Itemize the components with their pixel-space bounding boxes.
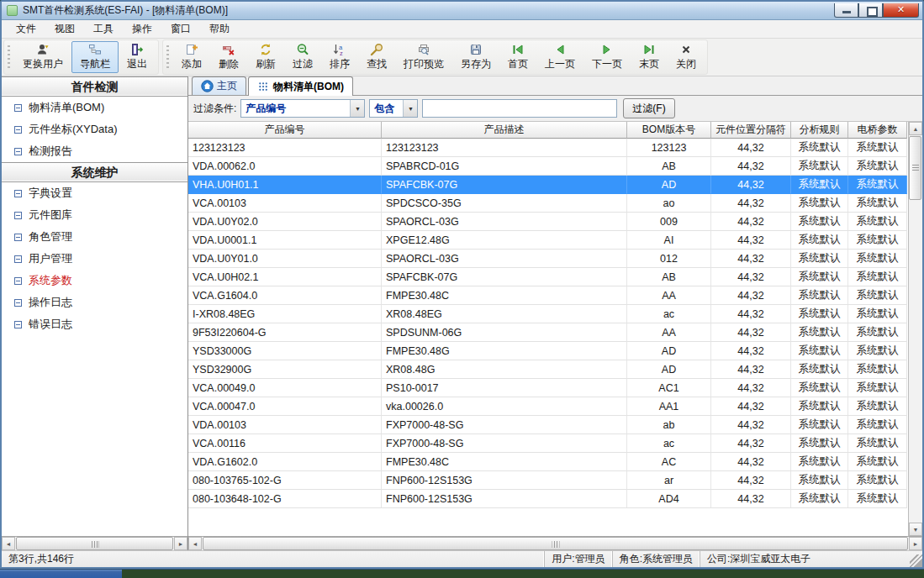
sidebar-item[interactable]: 角色管理 [2,226,187,248]
table-row[interactable]: 080-103765-102-GFNP600-12S153Gar44,32系统默… [188,471,908,490]
column-header[interactable]: 产品编号 [188,122,382,139]
menu-item[interactable]: 视图 [45,19,84,39]
toolbar-button-close-x[interactable]: 关闭 [668,41,705,73]
collapse-box-icon[interactable] [14,299,22,307]
table-row[interactable]: VHA.U0H01.1SPAFCBK-07GAD44,32系统默认系统默认 [188,176,908,194]
collapse-box-icon[interactable] [14,104,22,112]
toolbar-button-exit-door[interactable]: 退出 [119,41,156,73]
tab-bom-grid[interactable]: 物料清单(BOM) [248,76,353,96]
table-vscrollbar[interactable]: ▲ ▼ [908,122,922,536]
sidebar-item[interactable]: 操作日志 [2,292,187,313]
table-row[interactable]: VDA.U0Y01.0SPAORCL-03G01244,32系统默认系统默认 [188,250,908,268]
table-row[interactable]: 12312312312312312312312344,32系统默认系统默认 [188,139,908,157]
toolbar-button-prev-page[interactable]: 上一页 [536,41,583,73]
scroll-right-icon[interactable]: ► [909,537,922,550]
table-vscroll-thumb[interactable] [909,136,921,200]
sidebar-item[interactable]: 用户管理 [2,248,187,270]
sidebar-item[interactable]: 元件图库 [2,204,187,226]
table-row[interactable]: YSD32900GXR08.48GAD44,32系统默认系统默认 [188,360,908,379]
table-row[interactable]: VDA.00103FXP7000-48-SGab44,32系统默认系统默认 [188,416,908,434]
table-row[interactable]: VDA.G1602.0FMPE30.48CAC44,32系统默认系统默认 [188,453,908,471]
collapse-box-icon[interactable] [14,190,22,197]
table-row[interactable]: 080-103648-102-GFNP600-12S153GAD444,32系统… [188,490,908,508]
restore-button[interactable] [858,3,883,18]
table-hscrollbar[interactable]: ◄ ► [188,536,922,550]
close-button[interactable] [883,3,919,18]
sidebar-item[interactable]: 系统参数 [2,270,187,292]
filter-operator-dropdown[interactable]: 包含 ▼ [369,99,418,118]
toolbar-button-save-as-floppy[interactable]: 另存为 [452,41,499,73]
table-row[interactable]: VCA.00047.0vka.00026.0AA144,32系统默认系统默认 [188,397,908,416]
menu-item[interactable]: 窗口 [161,19,200,39]
minimize-button[interactable] [834,3,858,18]
collapse-box-icon[interactable] [14,234,22,241]
collapse-box-icon[interactable] [14,321,22,328]
menu-item[interactable]: 工具 [84,19,123,39]
filter-apply-button[interactable]: 过滤(F) [623,98,674,118]
column-header[interactable]: BOM版本号 [627,122,711,139]
menu-item[interactable]: 操作 [123,19,161,39]
table-row[interactable]: VDA.00062.0SPABRCD-01GAB44,32系统默认系统默认 [188,157,908,176]
table-row[interactable]: I-XR08.48EGXR08.48EGac44,32系统默认系统默认 [188,305,908,323]
table-row[interactable]: VDA.U0001.1XPGE12.48GAI44,32系统默认系统默认 [188,231,908,250]
sidebar-item[interactable]: 物料清单(BOM) [2,97,187,118]
scroll-right-icon[interactable]: ► [174,537,187,550]
table-row[interactable]: VCA.G1604.0FMPE30.48CAA44,32系统默认系统默认 [188,286,908,305]
sidebar-item[interactable]: 错误日志 [2,313,187,335]
table-row[interactable]: VCA.00049.0PS10-0017AC144,32系统默认系统默认 [188,379,908,397]
toolbar-button-first-page[interactable]: 首页 [499,41,536,73]
toolbar-button-last-page[interactable]: 末页 [631,41,668,73]
toolbar-button-refresh-arrows[interactable]: 刷新 [247,41,284,73]
sidebar-hscroll-track[interactable] [15,537,174,550]
scroll-down-icon[interactable]: ▼ [909,523,922,536]
resize-grip[interactable] [910,554,922,567]
sidebar-hscrollbar[interactable]: ◄ ► [2,536,187,550]
chevron-down-icon[interactable]: ▼ [350,100,364,117]
table-cell: 系统默认 [848,286,907,305]
column-header[interactable]: 分析规则 [791,122,848,139]
title-bar[interactable]: SMT首件检测系统(ES-FAI) - [物料清单(BOM)] [2,2,922,20]
collapse-box-icon[interactable] [14,212,22,219]
collapse-box-icon[interactable] [14,126,22,134]
toolbar-button-find-magnifier[interactable]: 查找 [358,41,395,73]
toolbar-button-sort-az[interactable]: az排序 [321,41,358,73]
column-header[interactable]: 电桥参数 [848,122,907,139]
table-vscroll-track[interactable] [909,135,922,523]
filter-bar: 过滤条件: 产品编号 ▼ 包含 ▼ 过滤(F) [188,96,922,122]
toolbar-button-delete-red-x[interactable]: 删除 [210,41,247,73]
toolbar-button-add-document[interactable]: 添加 [173,41,210,73]
table-hscroll-thumb[interactable] [203,537,908,550]
column-header[interactable]: 产品描述 [382,122,627,139]
toolbar-button-filter-magnifier[interactable]: 过滤 [284,41,321,73]
table-row[interactable]: VCA.00116FXP7000-48-SGac44,32系统默认系统默认 [188,434,908,453]
table-hscroll-track[interactable] [202,537,909,550]
collapse-box-icon[interactable] [14,277,22,285]
scroll-left-icon[interactable]: ◄ [188,537,202,550]
toolbar-grip-handle[interactable] [166,45,171,69]
toolbar-button-user-switch[interactable]: 更换用户 [14,41,71,73]
tab-home[interactable]: 主页 [192,76,246,95]
toolbar-grip-handle[interactable] [8,45,12,69]
sidebar-hscroll-thumb[interactable] [16,537,173,550]
sidebar-item[interactable]: 元件坐标(XYData) [2,118,187,140]
sidebar-item[interactable]: 字典设置 [2,182,187,204]
scroll-up-icon[interactable]: ▲ [909,122,922,135]
table-row[interactable]: VCA.00103SPDCSCO-35Gao44,32系统默认系统默认 [188,194,908,213]
chevron-down-icon[interactable]: ▼ [403,100,417,117]
column-header[interactable]: 元件位置分隔符 [711,122,791,139]
toolbar-button-nav-panel[interactable]: 导航栏 [71,41,119,73]
table-row[interactable]: VCA.U0H02.1SPAFCBK-07GAB44,32系统默认系统默认 [188,268,908,286]
collapse-box-icon[interactable] [14,255,22,263]
sidebar-item[interactable]: 检测报告 [2,140,187,162]
menu-item[interactable]: 帮助 [200,19,239,39]
table-row[interactable]: VDA.U0Y02.0SPAORCL-03G00944,32系统默认系统默认 [188,213,908,231]
filter-field-dropdown[interactable]: 产品编号 ▼ [240,99,365,118]
collapse-box-icon[interactable] [14,148,22,155]
toolbar-button-next-page[interactable]: 下一页 [583,41,631,73]
menu-item[interactable]: 文件 [7,19,45,39]
scroll-left-icon[interactable]: ◄ [2,537,15,550]
filter-text-input[interactable] [422,99,617,118]
table-row[interactable]: 9F53I220604-GSPDSUNM-06GAA44,32系统默认系统默认 [188,323,908,342]
table-row[interactable]: YSD33000GFMPE30.48GAD44,32系统默认系统默认 [188,342,908,360]
toolbar-button-print-preview[interactable]: 打印预览 [395,41,452,73]
